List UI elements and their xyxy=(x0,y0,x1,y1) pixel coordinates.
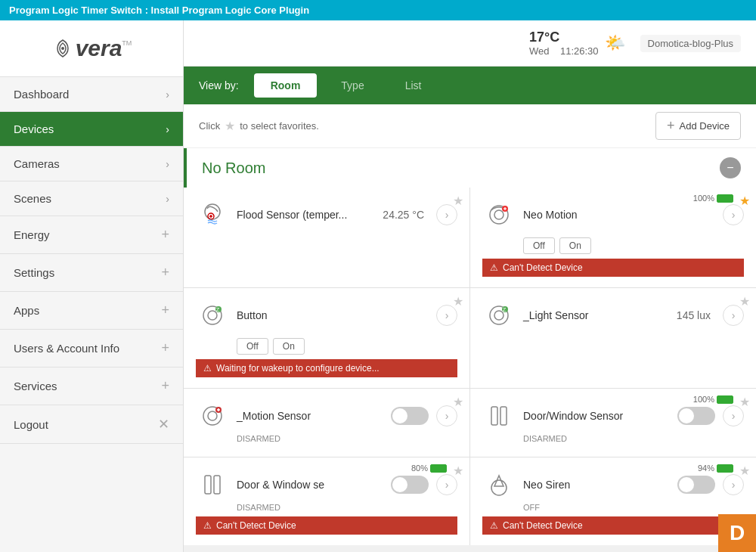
on-button[interactable]: On xyxy=(273,338,305,355)
wakeup-alert: ⚠ Waiting for wakeup to configure device… xyxy=(196,359,457,377)
off-button[interactable]: Off xyxy=(237,338,268,355)
favorite-star-icon[interactable]: ★ xyxy=(453,294,463,309)
device-card-motion: ★ _Motion Sensor xyxy=(184,389,469,457)
off-button[interactable]: Off xyxy=(523,237,555,254)
device-name-neo-siren: Neo Siren xyxy=(523,479,670,491)
svg-rect-24 xyxy=(500,407,507,425)
devices-scroll-area[interactable]: No Room − ★ xyxy=(184,148,756,552)
light-sensor-icon: Z xyxy=(482,299,516,332)
cant-detect-alert-siren: ⚠ Can't Detect Device xyxy=(482,516,744,535)
favorite-star-icon[interactable]: ★ xyxy=(453,395,463,409)
neo-motion-icon xyxy=(482,198,516,231)
banner-bold: Program Logic Timer Switch xyxy=(9,5,142,16)
device-name-flood: Flood Sensor (temper... xyxy=(237,209,375,221)
view-type-button[interactable]: Type xyxy=(324,73,380,98)
plus-icon: + xyxy=(161,340,169,356)
motion-sensor-icon xyxy=(196,399,229,433)
device-name-door2: Door & Window se xyxy=(237,479,383,491)
collapse-room-button[interactable]: − xyxy=(720,157,741,178)
battery-indicator: 100% xyxy=(693,194,733,203)
flood-sensor-icon xyxy=(196,198,229,231)
button-controls: Off On xyxy=(237,338,457,355)
weather-icon: 🌤️ xyxy=(605,33,625,53)
favorite-star-icon[interactable]: ★ xyxy=(739,395,750,409)
svg-rect-25 xyxy=(205,476,211,494)
add-device-button[interactable]: + Add Device xyxy=(655,112,741,140)
view-bar: View by: Room Type List xyxy=(184,67,756,104)
device-card-flood: ★ xyxy=(184,188,469,287)
sidebar-item-apps[interactable]: Apps + xyxy=(0,292,183,330)
sidebar-logo: vera TM xyxy=(0,20,183,77)
favorite-star-icon[interactable]: ★ xyxy=(453,194,463,208)
sidebar-item-devices[interactable]: Devices › xyxy=(0,112,183,147)
plus-icon: + xyxy=(161,265,169,281)
svg-point-19 xyxy=(208,411,217,420)
room-title: No Room xyxy=(202,160,265,177)
content-header: 17°C Wed 11:26:30 🌤️ Domotica-blog-Plus xyxy=(184,20,756,67)
device-card-light-sensor: ★ Z _Light Sensor 145 lux › xyxy=(470,288,756,388)
view-list-button[interactable]: List xyxy=(389,73,438,98)
device-value-light: 145 lux xyxy=(677,309,711,321)
battery-indicator: 94% xyxy=(698,464,733,473)
warning-icon: ⚠ xyxy=(490,262,498,273)
svg-point-0 xyxy=(61,47,64,50)
cant-detect-alert: ⚠ Can't Detect Device xyxy=(482,259,744,277)
sidebar-item-logout[interactable]: Logout ✕ xyxy=(0,405,183,444)
favorite-star-icon[interactable]: ★ xyxy=(739,464,750,478)
favorite-star-icon[interactable]: ★ xyxy=(739,294,750,309)
device-card-door-window2: 80% ★ Door & Window se › xyxy=(184,457,469,545)
toggle-switch-motion[interactable] xyxy=(391,407,429,425)
battery-icon xyxy=(717,395,733,404)
plus-icon: + xyxy=(161,378,169,394)
favorites-hint: Click ★ to select favorites. xyxy=(199,119,319,133)
toggle-switch-siren[interactable] xyxy=(677,476,715,494)
toggle-label-motion: DISARMED xyxy=(237,434,457,443)
watermark: D xyxy=(718,514,756,552)
warning-icon: ⚠ xyxy=(203,363,212,374)
favorites-bar: Click ★ to select favorites. + Add Devic… xyxy=(184,104,756,148)
sidebar: vera TM Dashboard › Devices › Cameras › … xyxy=(0,20,184,552)
banner-link[interactable]: : Install Program Logic Core Plugin xyxy=(145,5,309,16)
close-icon: ✕ xyxy=(158,416,169,433)
device-card-neo-siren: 94% ★ Neo Siren › xyxy=(470,457,756,545)
svg-rect-23 xyxy=(491,407,497,425)
neo-siren-icon xyxy=(482,468,516,501)
star-icon: ★ xyxy=(225,119,235,133)
location-display: Domotica-blog-Plus xyxy=(640,35,741,52)
sidebar-item-settings[interactable]: Settings + xyxy=(0,254,183,292)
view-by-label: View by: xyxy=(199,79,239,91)
vera-tm: TM xyxy=(122,39,132,47)
svg-text:Z: Z xyxy=(216,306,220,313)
sidebar-item-users[interactable]: Users & Account Info + xyxy=(0,330,183,367)
device-value-flood: 24.25 °C xyxy=(383,209,424,221)
sidebar-item-energy[interactable]: Energy + xyxy=(0,216,183,254)
toggle-label-door: DISARMED xyxy=(523,434,744,443)
sidebar-item-scenes[interactable]: Scenes › xyxy=(0,181,183,216)
plus-icon: + xyxy=(161,302,169,318)
weather-widget: 17°C Wed 11:26:30 🌤️ xyxy=(529,29,625,57)
sidebar-navigation: Dashboard › Devices › Cameras › Scenes ›… xyxy=(0,77,183,552)
svg-rect-26 xyxy=(214,476,220,494)
favorite-star-icon[interactable]: ★ xyxy=(453,464,463,478)
on-button[interactable]: On xyxy=(559,237,591,254)
view-room-button[interactable]: Room xyxy=(254,73,318,98)
door-window2-icon xyxy=(196,468,229,501)
device-grid: ★ xyxy=(184,188,756,545)
device-name-light: _Light Sensor xyxy=(523,309,669,321)
temperature-display: 17°C xyxy=(529,29,599,45)
svg-point-6 xyxy=(494,210,503,219)
chevron-right-icon: › xyxy=(166,123,169,135)
device-name-button: Button xyxy=(237,309,429,321)
plus-icon: + xyxy=(161,227,169,243)
sidebar-item-services[interactable]: Services + xyxy=(0,367,183,405)
sidebar-item-cameras[interactable]: Cameras › xyxy=(0,147,183,181)
favorite-star-icon[interactable]: ★ xyxy=(739,194,750,208)
battery-indicator: 100% xyxy=(693,395,733,404)
button-device-icon: Z xyxy=(196,299,229,332)
sidebar-item-dashboard[interactable]: Dashboard › xyxy=(0,77,183,112)
battery-icon xyxy=(717,464,733,473)
no-room-header: No Room − xyxy=(184,148,756,188)
chevron-right-icon: › xyxy=(166,88,169,101)
toggle-switch-door[interactable] xyxy=(677,407,715,425)
toggle-switch-door2[interactable] xyxy=(391,476,429,494)
